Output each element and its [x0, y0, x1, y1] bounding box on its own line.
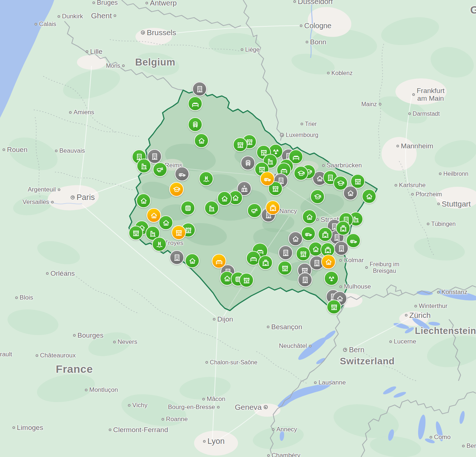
home-icon	[140, 197, 148, 205]
train-icon	[191, 120, 200, 129]
cctv-icon	[156, 166, 164, 174]
map-marker-home[interactable]	[288, 231, 303, 246]
factory-icon	[149, 229, 157, 238]
map-marker-fence[interactable]	[181, 201, 195, 215]
map-marker-hospital[interactable]	[265, 200, 280, 215]
map-marker-van[interactable]	[301, 226, 316, 241]
map-marker-factory[interactable]	[137, 159, 151, 173]
map-marker-factory[interactable]	[204, 201, 219, 215]
map-marker-home[interactable]	[194, 133, 209, 148]
map-marker-cctv[interactable]	[247, 203, 262, 218]
home-icon	[324, 258, 333, 266]
castle-icon	[354, 177, 362, 186]
home-icon	[150, 211, 158, 220]
train-icon	[244, 159, 252, 167]
cctv-icon	[250, 207, 259, 215]
home-icon	[188, 257, 197, 265]
ladder-icon	[155, 240, 164, 249]
bed-icon	[191, 100, 200, 108]
radiation-icon	[327, 274, 336, 283]
castle-icon	[330, 303, 338, 311]
hospital-icon	[261, 259, 270, 267]
map-marker-train[interactable]	[241, 156, 255, 170]
building-icon	[282, 249, 290, 257]
home-icon	[223, 274, 231, 283]
building-icon	[196, 85, 204, 93]
home-icon	[312, 245, 320, 253]
van-icon	[304, 230, 313, 238]
fence-icon	[184, 204, 192, 212]
ladder-icon	[202, 175, 211, 183]
map-marker-bed[interactable]	[188, 96, 202, 111]
hospital-icon	[339, 224, 347, 233]
map-marker-van[interactable]	[346, 233, 361, 248]
map-marker-ladder[interactable]	[199, 171, 213, 186]
map-marker-bed[interactable]	[212, 254, 226, 268]
map-marker-building[interactable]	[278, 245, 293, 260]
home-icon	[316, 174, 324, 183]
map-marker-home[interactable]	[362, 189, 376, 204]
home-icon	[220, 194, 229, 203]
map-marker-grad[interactable]	[310, 189, 325, 204]
map-marker-home[interactable]	[321, 254, 336, 269]
castle-icon	[175, 228, 183, 237]
map-marker-home[interactable]	[217, 191, 232, 206]
map-marker-hospital[interactable]	[258, 255, 273, 270]
church-icon	[240, 185, 249, 193]
map-marker-home[interactable]	[136, 193, 151, 208]
map-marker-ladder[interactable]	[152, 237, 167, 252]
castle-icon	[242, 276, 251, 285]
home-icon	[291, 235, 300, 243]
hospital-icon	[324, 246, 332, 254]
map-marker-grad[interactable]	[294, 166, 308, 181]
map-marker-castle[interactable]	[171, 225, 186, 240]
map-marker-castle[interactable]	[278, 261, 292, 275]
home-icon	[346, 189, 355, 197]
van-icon	[178, 170, 186, 178]
factory-icon	[208, 204, 216, 212]
map-marker-castle[interactable]	[239, 273, 254, 287]
map-marker-hospital[interactable]	[318, 227, 332, 242]
map-marker-cctv[interactable]	[153, 162, 167, 177]
map-marker-home[interactable]	[343, 186, 358, 200]
castle-icon	[281, 264, 289, 272]
grad-icon	[313, 193, 322, 201]
grad-icon	[336, 179, 345, 187]
map-marker-building[interactable]	[298, 272, 312, 287]
bed-icon	[292, 153, 300, 161]
map-marker-castle[interactable]	[327, 300, 341, 314]
home-icon	[197, 137, 206, 145]
building-icon	[337, 244, 346, 253]
map-marker-van[interactable]	[175, 167, 189, 181]
map-marker-castle[interactable]	[233, 137, 248, 152]
map-marker-building[interactable]	[192, 82, 207, 96]
hospital-icon	[269, 204, 277, 212]
castle-icon	[299, 250, 308, 258]
bed-icon	[249, 254, 258, 263]
home-icon	[162, 219, 170, 227]
home-icon	[365, 192, 373, 201]
map-marker-castle[interactable]	[129, 226, 143, 240]
map-marker-van[interactable]	[260, 171, 275, 186]
van-icon	[263, 175, 272, 183]
building-icon	[313, 259, 321, 267]
building-icon	[150, 152, 159, 161]
map-marker-building[interactable]	[170, 250, 184, 265]
home-icon	[305, 213, 314, 221]
map-marker-hospital[interactable]	[336, 221, 350, 235]
map-marker-radiation[interactable]	[324, 271, 339, 286]
grad-icon	[297, 169, 305, 178]
poi-markers-layer	[0, 0, 476, 457]
map-marker-home[interactable]	[185, 253, 200, 268]
map-marker-grad[interactable]	[169, 182, 184, 197]
castle-icon	[132, 229, 140, 237]
map-canvas[interactable]: GBelgiumFranceSwitzerlandLiechtensteinBr…	[0, 0, 476, 457]
map-marker-home[interactable]	[302, 209, 317, 224]
map-marker-home[interactable]	[146, 208, 161, 223]
castle-icon	[236, 141, 245, 149]
building-icon	[301, 276, 309, 284]
map-marker-train[interactable]	[188, 117, 202, 132]
map-marker-castle[interactable]	[296, 246, 310, 261]
grad-icon	[172, 185, 181, 194]
hospital-icon	[321, 230, 330, 239]
